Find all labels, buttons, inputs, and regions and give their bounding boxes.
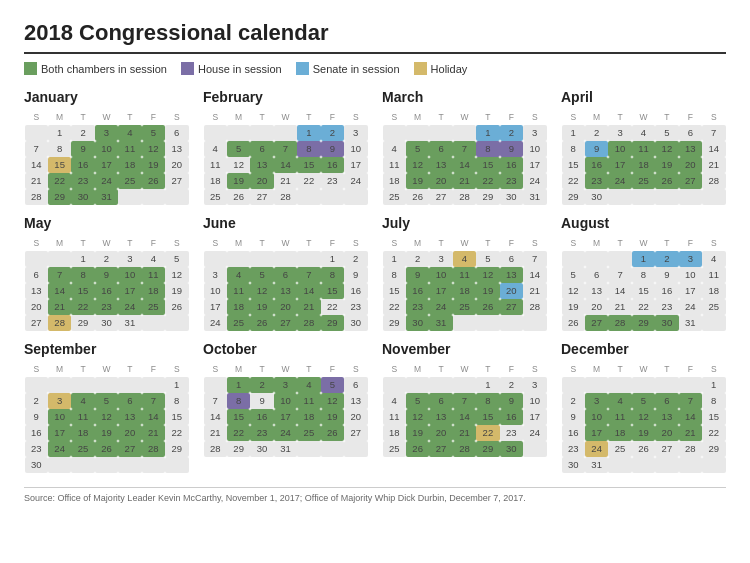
calendar-day: 22: [476, 425, 499, 441]
calendar-day: 21: [297, 299, 320, 315]
calendar-day: 9: [321, 141, 344, 157]
calendar-day: 9: [250, 393, 273, 409]
calendar-day: 29: [71, 315, 94, 331]
calendar-day: 24: [429, 299, 452, 315]
calendar-day: [344, 441, 367, 457]
legend-item: Both chambers in session: [24, 62, 167, 75]
calendar-day: 10: [48, 409, 71, 425]
calendar-day: 26: [250, 315, 273, 331]
day-of-week-header: M: [406, 109, 429, 125]
calendar-day: 18: [383, 425, 406, 441]
day-of-week-header: T: [71, 361, 94, 377]
calendar-day: 16: [500, 157, 523, 173]
calendar-day: 24: [585, 441, 608, 457]
calendar-day: 17: [274, 409, 297, 425]
calendar-day: 8: [165, 393, 188, 409]
calendar-day: 27: [274, 315, 297, 331]
calendar-day: 31: [429, 315, 452, 331]
calendar-day: 14: [453, 409, 476, 425]
calendar-day: 20: [429, 425, 452, 441]
calendar-day: 28: [297, 315, 320, 331]
day-of-week-header: W: [453, 235, 476, 251]
day-of-week-header: T: [297, 109, 320, 125]
calendar-day: 7: [523, 251, 546, 267]
month-title: May: [24, 215, 189, 231]
calendar-day: 23: [95, 299, 118, 315]
calendar-day: [297, 441, 320, 457]
calendar-day: 30: [562, 457, 585, 473]
calendar-day: 8: [476, 393, 499, 409]
calendar-day: 31: [118, 315, 141, 331]
calendar-day: 16: [250, 409, 273, 425]
calendar-day: 21: [204, 425, 227, 441]
calendar-day: [165, 189, 188, 205]
calendar-day: 24: [344, 173, 367, 189]
calendar-day: [655, 189, 678, 205]
calendar-day: 29: [227, 441, 250, 457]
calendar-day: 16: [344, 283, 367, 299]
calendar-day: 27: [118, 441, 141, 457]
calendar-day: 29: [476, 441, 499, 457]
calendar-day: 1: [632, 251, 655, 267]
day-of-week-header: T: [250, 109, 273, 125]
legend-item: Senate in session: [296, 62, 400, 75]
calendar-day: [142, 377, 165, 393]
calendar-day: 4: [297, 377, 320, 393]
calendar-day: 13: [25, 283, 48, 299]
calendar-day: 12: [321, 393, 344, 409]
calendar-day: 26: [562, 315, 585, 331]
calendar-day: 10: [608, 141, 631, 157]
calendar-day: 6: [118, 393, 141, 409]
calendar-day: 3: [429, 251, 452, 267]
calendar-day: 13: [429, 409, 452, 425]
month-title: April: [561, 89, 726, 105]
calendar-day: 11: [142, 267, 165, 283]
calendar-day: 3: [48, 393, 71, 409]
day-of-week-header: F: [321, 109, 344, 125]
calendar-day: [679, 377, 702, 393]
day-of-week-header: W: [453, 109, 476, 125]
month-block: NovemberSMTWTFS1234567891011121314151617…: [382, 341, 547, 473]
calendar-day: 25: [204, 189, 227, 205]
day-of-week-header: S: [204, 235, 227, 251]
calendar-day: 10: [274, 393, 297, 409]
calendar-day: 25: [632, 173, 655, 189]
calendar-day: 2: [344, 251, 367, 267]
calendar-day: 7: [679, 393, 702, 409]
calendar-day: 28: [453, 189, 476, 205]
day-of-week-header: S: [204, 109, 227, 125]
calendar-day: 24: [608, 173, 631, 189]
calendar-day: [383, 125, 406, 141]
calendar-day: 19: [406, 173, 429, 189]
calendar-day: 15: [562, 157, 585, 173]
calendar-day: 22: [48, 173, 71, 189]
calendar-day: 4: [227, 267, 250, 283]
calendar-day: [702, 189, 725, 205]
day-of-week-header: W: [95, 235, 118, 251]
day-of-week-header: W: [632, 235, 655, 251]
calendar-day: 30: [500, 189, 523, 205]
calendar-day: 21: [679, 425, 702, 441]
calendar-day: [274, 251, 297, 267]
calendar-day: 30: [250, 441, 273, 457]
calendar-day: 7: [453, 393, 476, 409]
calendar-day: 10: [585, 409, 608, 425]
calendar-day: 5: [406, 393, 429, 409]
day-of-week-header: S: [702, 235, 725, 251]
calendar-day: 30: [25, 457, 48, 473]
calendar-day: 7: [25, 141, 48, 157]
calendar-day: 2: [585, 125, 608, 141]
calendar-day: 13: [500, 267, 523, 283]
day-of-week-header: T: [608, 361, 631, 377]
month-block: MaySMTWTFS123456789101112131415161718192…: [24, 215, 189, 331]
calendar-day: [118, 457, 141, 473]
calendar-day: 1: [702, 377, 725, 393]
day-of-week-header: W: [95, 361, 118, 377]
calendar-day: 26: [321, 425, 344, 441]
calendar-day: 10: [204, 283, 227, 299]
calendar-day: 10: [95, 141, 118, 157]
day-of-week-header: M: [585, 109, 608, 125]
calendar-day: 10: [344, 141, 367, 157]
calendar-day: 19: [95, 425, 118, 441]
calendar-day: [165, 457, 188, 473]
